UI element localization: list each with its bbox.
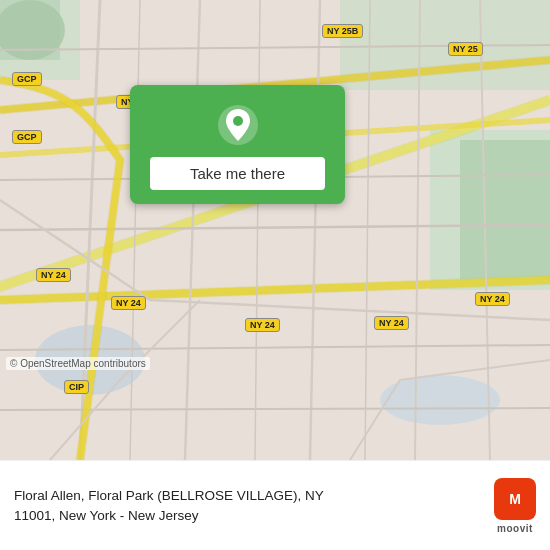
map-attribution: © OpenStreetMap contributors <box>6 357 150 370</box>
address-text: Floral Allen, Floral Park (BELLROSE VILL… <box>14 486 494 525</box>
svg-point-23 <box>233 116 243 126</box>
road-badge-ny24-mid3: NY 24 <box>374 316 409 330</box>
info-bar: Floral Allen, Floral Park (BELLROSE VILL… <box>0 460 550 550</box>
location-pin-icon <box>216 103 260 147</box>
svg-text:M: M <box>509 491 521 507</box>
moovit-label: moovit <box>497 523 533 534</box>
location-card: Take me there <box>130 85 345 204</box>
road-badge-ny24-mid2: NY 24 <box>245 318 280 332</box>
address-line1: Floral Allen, Floral Park (BELLROSE VILL… <box>14 488 324 503</box>
moovit-icon: M <box>501 485 529 513</box>
road-badge-ny25-top: NY 25 <box>448 42 483 56</box>
address-line2: 11001, New York - New Jersey <box>14 508 199 523</box>
road-badge-gcp-left: GCP <box>12 130 42 144</box>
road-badge-cip: CIP <box>64 380 89 394</box>
road-badge-gcp-top: GCP <box>12 72 42 86</box>
road-badge-ny24-mid1: NY 24 <box>111 296 146 310</box>
map-container: NY 25B NY 25 NY 25B NY 25 NY 24 NY 24 NY… <box>0 0 550 460</box>
moovit-icon-box: M <box>494 478 536 520</box>
moovit-logo: M moovit <box>494 478 536 534</box>
svg-rect-5 <box>460 140 550 280</box>
take-me-there-button[interactable]: Take me there <box>150 157 325 190</box>
road-badge-ny24-right: NY 24 <box>475 292 510 306</box>
road-badge-ny24-left: NY 24 <box>36 268 71 282</box>
road-badge-ny258-top: NY 25B <box>322 24 363 38</box>
